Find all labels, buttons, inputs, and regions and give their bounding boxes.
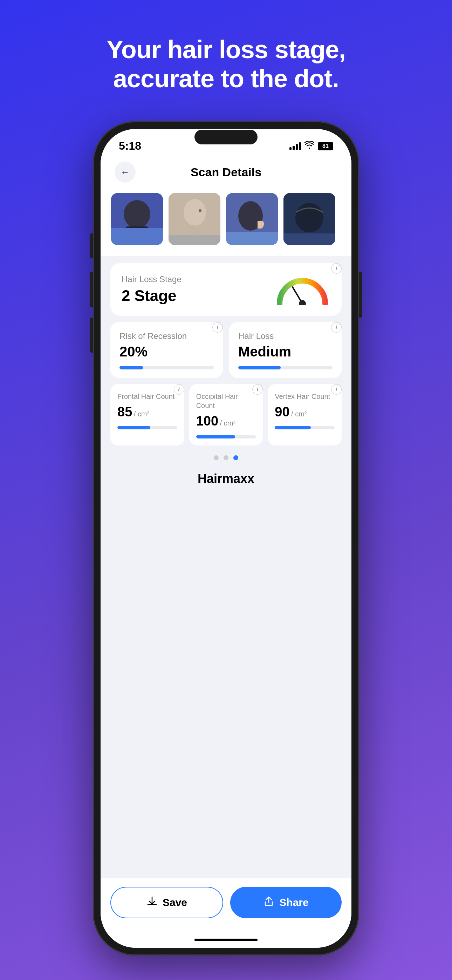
gauge-svg [274, 274, 330, 305]
dynamic-island [194, 130, 258, 145]
home-indicator [100, 932, 352, 948]
hero-line2: accurate to the dot. [113, 65, 339, 92]
photo-thumb-3[interactable] [226, 193, 278, 245]
phone-wrapper: 5:18 [93, 121, 359, 956]
svg-rect-10 [226, 232, 278, 245]
svg-rect-13 [283, 234, 335, 245]
signal-bar-4 [299, 142, 301, 150]
back-arrow-icon: ← [121, 167, 130, 178]
frontal-value-row: 85 / cm² [118, 404, 177, 420]
occipital-progress-bg [196, 435, 256, 439]
occipital-card: i Occipital Hair Count 100 / cm² [189, 384, 263, 445]
signal-bar-2 [293, 146, 295, 150]
two-col-row: Risk of Recession 20% i Hair Loss Medium… [110, 322, 342, 378]
svg-point-12 [295, 203, 323, 232]
svg-point-6 [199, 209, 202, 212]
signal-bar-3 [296, 144, 298, 150]
hair-loss-label: Hair Loss [238, 331, 333, 341]
hair-loss-value: Medium [238, 344, 333, 360]
hero-line1: Your hair loss stage, [107, 35, 345, 64]
app-header: ← Scan Details [100, 157, 352, 189]
frontal-card: i Frontal Hair Count 85 / cm² [110, 384, 184, 445]
dot-1[interactable] [214, 455, 219, 460]
frontal-value: 85 [118, 404, 132, 419]
save-label: Save [162, 897, 187, 908]
photo-thumb-2[interactable] [169, 193, 220, 245]
phone-frame: 5:18 [93, 121, 359, 956]
save-button[interactable]: Save [110, 887, 223, 918]
vertex-info-icon[interactable]: i [331, 384, 342, 395]
status-icons: 81 [290, 141, 333, 151]
share-label: Share [279, 897, 308, 908]
svg-rect-7 [169, 235, 220, 245]
stage-info-icon[interactable]: i [331, 263, 342, 274]
frontal-info-icon[interactable]: i [174, 384, 184, 395]
content-area: Hair Loss Stage 2 Stage i [100, 256, 352, 878]
hair-loss-stage-card: Hair Loss Stage 2 Stage i [110, 263, 342, 316]
dot-2[interactable] [224, 455, 228, 460]
phone-screen: 5:18 [100, 129, 352, 948]
vertex-progress-fill [275, 426, 310, 430]
battery-icon: 81 [318, 142, 333, 150]
status-time: 5:18 [119, 140, 141, 153]
occipital-value: 100 [196, 414, 218, 428]
frontal-progress-fill [118, 426, 150, 430]
svg-point-5 [184, 199, 206, 226]
occipital-unit: / cm² [220, 419, 236, 427]
svg-point-15 [299, 300, 306, 305]
phone-vol-down-btn [90, 318, 93, 353]
vertex-label: Vertex Hair Count [275, 392, 334, 401]
hair-loss-progress-fill [238, 366, 281, 369]
home-bar [194, 939, 258, 941]
signal-bar-1 [290, 147, 291, 150]
recession-progress-bg [119, 366, 214, 369]
occipital-progress-fill [196, 435, 235, 439]
signal-bars-icon [290, 142, 301, 150]
stage-value: 2 Stage [122, 287, 181, 305]
wifi-icon [304, 141, 314, 151]
frontal-progress-bg [118, 426, 177, 430]
vertex-value-row: 90 / cm² [275, 404, 334, 420]
occipital-label: Occipital Hair Count [196, 392, 256, 410]
photo-thumb-1[interactable] [111, 193, 163, 245]
recession-value: 20% [119, 344, 214, 360]
dots-indicator [110, 452, 342, 461]
vertex-card: i Vertex Hair Count 90 / cm² [268, 384, 342, 445]
hero-headline: Your hair loss stage, accurate to the do… [78, 35, 374, 93]
share-button[interactable]: Share [230, 887, 342, 918]
hair-loss-progress-bg [238, 366, 333, 369]
frontal-unit: / cm² [134, 410, 149, 418]
phone-silent-btn [90, 234, 93, 258]
svg-point-1 [124, 200, 150, 228]
photo-thumb-4[interactable] [283, 193, 335, 245]
bottom-buttons: Save Share [100, 878, 352, 932]
hair-loss-info-icon[interactable]: i [331, 322, 342, 332]
share-icon [263, 896, 274, 909]
frontal-label: Frontal Hair Count [118, 392, 177, 401]
photos-strip [100, 189, 352, 256]
back-button[interactable]: ← [115, 162, 135, 183]
phone-vol-up-btn [90, 272, 93, 307]
svg-rect-3 [111, 228, 163, 245]
vertex-value: 90 [275, 404, 290, 419]
save-icon [146, 896, 158, 909]
hair-loss-card: Hair Loss Medium i [229, 322, 342, 378]
recession-label: Risk of Recession [119, 331, 214, 341]
dot-3[interactable] [233, 455, 238, 460]
svg-rect-16 [148, 904, 156, 905]
recession-info-icon[interactable]: i [212, 322, 223, 332]
stage-info: Hair Loss Stage 2 Stage [122, 274, 181, 305]
three-col-row: i Frontal Hair Count 85 / cm² i Occipita… [110, 384, 342, 445]
gauge-chart [274, 274, 330, 305]
occipital-value-row: 100 / cm² [196, 414, 256, 429]
occipital-info-icon[interactable]: i [252, 384, 263, 395]
page-title: Scan Details [191, 165, 261, 179]
recession-card: Risk of Recession 20% i [110, 322, 223, 378]
recession-progress-fill [119, 366, 143, 369]
vertex-progress-bg [275, 426, 334, 430]
phone-power-btn [359, 272, 362, 318]
app-name: Hairmaxx [110, 468, 342, 493]
stage-label: Hair Loss Stage [122, 274, 181, 284]
vertex-unit: / cm² [291, 410, 307, 418]
